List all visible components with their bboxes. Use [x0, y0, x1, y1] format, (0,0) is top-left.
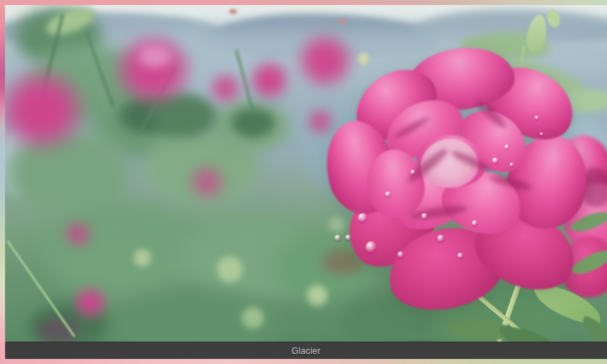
foliage-blob	[36, 318, 79, 343]
water-droplet	[472, 220, 478, 226]
water-droplet	[397, 251, 404, 258]
water-droplet	[345, 235, 351, 240]
blurred-rose	[189, 164, 226, 200]
background-peek-top	[0, 0, 607, 5]
foliage-blob	[43, 202, 202, 303]
water-droplet	[358, 213, 368, 222]
blurred-rose	[112, 32, 195, 108]
water-droplet	[410, 170, 416, 175]
background-peek-bottom	[0, 359, 607, 364]
blurred-rose	[64, 220, 92, 248]
water-droplet	[335, 235, 341, 241]
water-droplet	[492, 157, 499, 164]
background-peek-left	[0, 0, 5, 364]
filter-name-label: Glacier	[291, 346, 320, 356]
foliage-blob	[231, 108, 275, 137]
main-rose	[323, 41, 590, 323]
screen: Glacier	[0, 0, 607, 364]
blurred-rose	[73, 286, 108, 319]
photo-preview[interactable]: Glacier	[5, 5, 607, 359]
bokeh-spot	[242, 307, 264, 329]
filter-name-bar: Glacier	[5, 342, 607, 359]
red-speck	[229, 9, 237, 14]
water-droplet	[457, 253, 463, 259]
water-droplet	[535, 116, 539, 120]
bokeh-spot	[217, 256, 243, 282]
blurred-rose	[208, 72, 243, 105]
water-droplet	[509, 162, 514, 167]
blurred-rose-highlight	[139, 45, 171, 68]
water-droplet	[540, 132, 543, 136]
bokeh-spot	[134, 249, 151, 266]
blurred-rose	[248, 59, 291, 101]
water-droplet	[366, 241, 376, 254]
water-droplet	[437, 235, 444, 242]
water-droplet	[421, 213, 428, 220]
water-droplet	[504, 144, 509, 150]
water-droplet	[385, 191, 391, 197]
red-speck	[337, 19, 347, 23]
